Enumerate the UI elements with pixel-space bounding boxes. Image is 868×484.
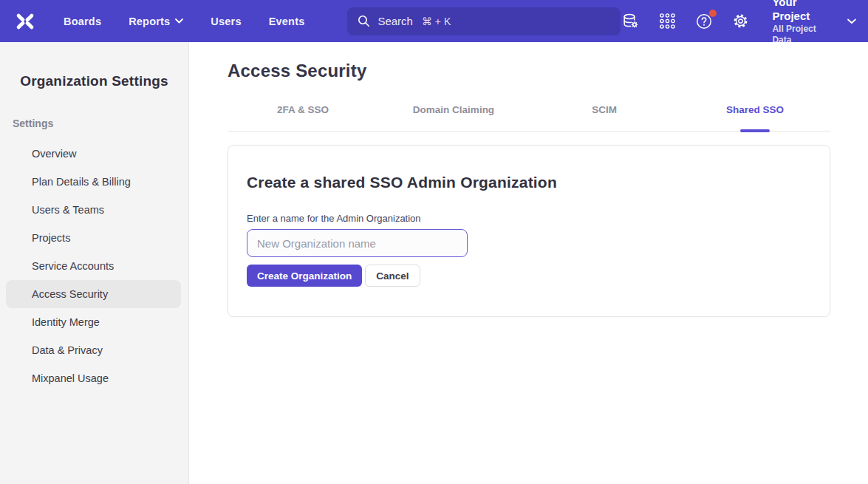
chevron-down-icon: [175, 18, 183, 24]
main-content: Access Security 2FA & SSO Domain Claimin…: [190, 42, 868, 484]
sidebar-nav-list: Overview Plan Details & Billing Users & …: [0, 140, 188, 392]
tab-label: Domain Claiming: [413, 104, 494, 115]
nav-users[interactable]: Users: [211, 16, 241, 27]
nav-reports-label: Reports: [129, 16, 170, 27]
access-security-tabs: 2FA & SSO Domain Claiming SCIM Shared SS…: [228, 104, 830, 132]
apps-grid-icon[interactable]: [657, 12, 677, 31]
tab-domain-claiming[interactable]: Domain Claiming: [378, 104, 529, 131]
sidebar-item-label: Plan Details & Billing: [32, 176, 131, 188]
sidebar-item-label: Mixpanel Usage: [32, 372, 109, 384]
data-management-icon[interactable]: [621, 12, 640, 31]
tab-label: 2FA & SSO: [277, 104, 329, 115]
project-name: Your Project: [772, 0, 837, 24]
mixpanel-logo-icon: [14, 10, 36, 33]
cancel-button[interactable]: Cancel: [365, 265, 420, 287]
sidebar-item-projects[interactable]: Projects: [6, 224, 181, 252]
tab-label: SCIM: [592, 104, 617, 115]
sidebar-item-service-accounts[interactable]: Service Accounts: [6, 252, 181, 280]
active-tab-underline: [740, 129, 770, 132]
tab-shared-sso[interactable]: Shared SSO: [680, 104, 830, 131]
chevron-down-icon: [847, 18, 856, 24]
org-name-input[interactable]: [247, 229, 468, 257]
project-selector[interactable]: Your Project All Project Data: [772, 0, 856, 47]
settings-gear-icon[interactable]: [731, 12, 751, 31]
sidebar-item-label: Access Security: [32, 288, 108, 300]
tab-scim[interactable]: SCIM: [529, 104, 680, 131]
sidebar-item-label: Overview: [32, 148, 76, 160]
sidebar-item-mixpanel-usage[interactable]: Mixpanel Usage: [6, 364, 181, 392]
sidebar-title: Organization Settings: [0, 73, 188, 89]
nav-events[interactable]: Events: [269, 16, 305, 27]
nav-reports[interactable]: Reports: [129, 16, 183, 27]
sidebar-item-data-privacy[interactable]: Data & Privacy: [6, 336, 181, 364]
sidebar-item-label: Identity Merge: [32, 316, 100, 328]
help-icon[interactable]: [694, 12, 714, 31]
tab-2fa-sso[interactable]: 2FA & SSO: [228, 104, 378, 131]
project-labels: Your Project All Project Data: [772, 0, 837, 47]
sidebar-item-users-teams[interactable]: Users & Teams: [6, 196, 181, 224]
tab-label: Shared SSO: [726, 104, 784, 115]
sidebar-item-access-security[interactable]: Access Security: [6, 280, 181, 308]
search-input[interactable]: Search ⌘ + K: [347, 7, 621, 35]
sidebar-item-label: Projects: [32, 232, 70, 244]
nav-right-cluster: Your Project All Project Data: [621, 0, 856, 47]
notification-dot: [709, 10, 717, 17]
top-navigation-bar: Boards Reports Users Events Search ⌘ + K: [0, 0, 868, 42]
search-shortcut: ⌘ + K: [422, 16, 451, 27]
card-title: Create a shared SSO Admin Organization: [247, 174, 811, 191]
sidebar-item-label: Service Accounts: [32, 260, 114, 272]
mixpanel-logo[interactable]: [13, 10, 37, 33]
card-actions: Create Organization Cancel: [247, 265, 811, 287]
sidebar-section-label: Settings: [13, 117, 188, 129]
sidebar-item-label: Data & Privacy: [32, 344, 103, 356]
primary-nav: Boards Reports Users Events: [64, 16, 304, 27]
page-title: Access Security: [228, 61, 830, 81]
org-name-field-label: Enter a name for the Admin Organization: [247, 213, 811, 224]
sidebar-item-plan-details-billing[interactable]: Plan Details & Billing: [6, 168, 181, 196]
create-organization-button[interactable]: Create Organization: [247, 265, 362, 287]
search-icon: [358, 15, 370, 27]
sidebar-item-identity-merge[interactable]: Identity Merge: [6, 308, 181, 336]
settings-sidebar: Organization Settings Settings Overview …: [0, 42, 189, 484]
sidebar-item-overview[interactable]: Overview: [6, 140, 181, 168]
search-placeholder: Search: [377, 15, 413, 27]
nav-boards[interactable]: Boards: [64, 16, 101, 27]
sidebar-item-label: Users & Teams: [32, 204, 104, 216]
create-shared-sso-card: Create a shared SSO Admin Organization E…: [228, 145, 830, 317]
